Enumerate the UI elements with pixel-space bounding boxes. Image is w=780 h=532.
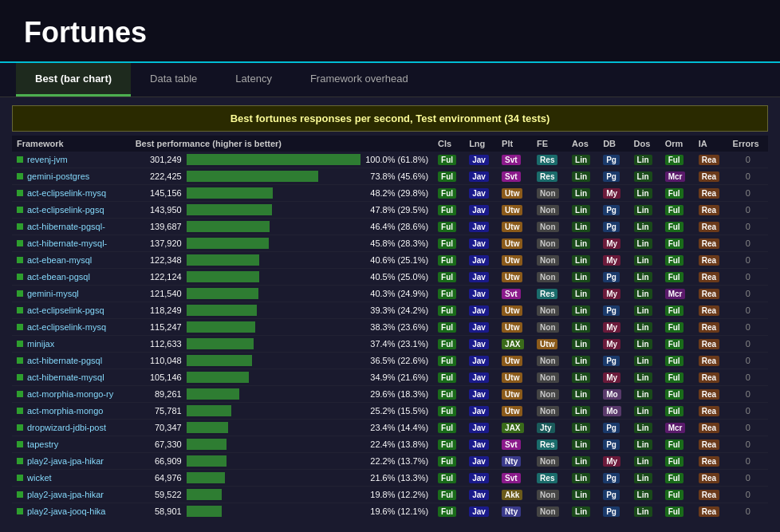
lng-cell: Jav bbox=[464, 286, 497, 302]
bar-pct: 23.4% (14.4%) bbox=[370, 423, 428, 432]
best-value: 64,976 bbox=[136, 473, 182, 483]
bar-wrap bbox=[187, 439, 366, 450]
table-header-row: Framework Best performance (higher is be… bbox=[12, 136, 768, 152]
plt-cell: Utw bbox=[497, 202, 532, 219]
lng-cell: Jav bbox=[464, 252, 497, 269]
bar-cell: 89,261 29.6% (18.3%) bbox=[131, 386, 433, 403]
fe-cell: Non bbox=[532, 185, 567, 202]
tag: Lin bbox=[634, 339, 652, 349]
tab-data-table[interactable]: Data table bbox=[131, 63, 216, 97]
bar-cell: 66,909 22.2% (13.7%) bbox=[131, 453, 433, 470]
tag: Jav bbox=[469, 423, 489, 433]
fw-dot bbox=[17, 475, 23, 481]
fw-dot bbox=[17, 223, 23, 230]
ia-cell: Rea bbox=[694, 353, 728, 369]
fw-name-cell: act-hibernate-pgsql bbox=[12, 353, 131, 369]
tag: Lin bbox=[572, 238, 590, 249]
plt-cell: Svt bbox=[497, 168, 532, 185]
db-cell: Pg bbox=[598, 436, 628, 453]
bar-pct: 40.3% (24.9%) bbox=[370, 289, 428, 298]
tag: Jav bbox=[469, 506, 489, 517]
tag: My bbox=[603, 188, 620, 199]
tag: Jav bbox=[469, 305, 489, 316]
fw-name-label: act-morphia-mongo-ry bbox=[27, 389, 113, 399]
page-title: Fortunes bbox=[24, 16, 756, 49]
orm-cell: Ful bbox=[660, 269, 694, 286]
tag: Rea bbox=[699, 456, 719, 467]
tag: Rea bbox=[699, 439, 719, 450]
tag: Lin bbox=[572, 289, 590, 299]
tag: Lin bbox=[572, 456, 590, 467]
cls-cell: Ful bbox=[433, 503, 464, 519]
orm-cell: Ful bbox=[660, 336, 694, 353]
fw-name-label: dropwizard-jdbi-post bbox=[27, 423, 106, 432]
best-value: 222,425 bbox=[136, 171, 182, 181]
orm-cell: Ful bbox=[660, 386, 694, 403]
plt-cell: Nty bbox=[497, 503, 532, 519]
dos-cell: Lin bbox=[629, 353, 660, 369]
db-cell: My bbox=[598, 319, 628, 336]
fw-name-cell: tapestry bbox=[12, 436, 131, 453]
lng-cell: Jav bbox=[464, 403, 497, 420]
db-cell: Mo bbox=[598, 386, 628, 403]
tag: Svt bbox=[502, 439, 521, 450]
tag: Pg bbox=[603, 205, 620, 215]
cls-cell: Ful bbox=[433, 235, 464, 252]
db-cell: Pg bbox=[598, 152, 628, 168]
bar-wrap bbox=[187, 288, 366, 299]
fw-name-cell: act-eclipselink-pgsq bbox=[12, 202, 131, 219]
tag: Nty bbox=[502, 506, 521, 517]
orm-cell: Ful bbox=[660, 470, 694, 487]
bar bbox=[187, 439, 227, 450]
best-value: 301,249 bbox=[136, 155, 182, 164]
tag: Lin bbox=[634, 205, 652, 215]
fw-name-label: wicket bbox=[27, 473, 52, 483]
table-row: act-ebean-mysql 122,348 40.6% (25.1%) Fu… bbox=[12, 252, 768, 269]
tab-best-bar-chart[interactable]: Best (bar chart) bbox=[16, 63, 131, 97]
aos-cell: Lin bbox=[567, 369, 598, 386]
dos-cell: Lin bbox=[629, 168, 660, 185]
bar-wrap bbox=[187, 472, 366, 483]
db-cell: My bbox=[598, 336, 628, 353]
lng-cell: Jav bbox=[464, 185, 497, 202]
tag: My bbox=[603, 322, 620, 333]
tag: Utw bbox=[537, 339, 557, 349]
bar-wrap bbox=[187, 455, 366, 467]
cls-cell: Ful bbox=[433, 269, 464, 286]
tag: Non bbox=[537, 305, 558, 316]
fw-name-cell: gemini-postgres bbox=[12, 168, 131, 185]
dos-cell: Lin bbox=[629, 369, 660, 386]
tag: Res bbox=[537, 171, 557, 182]
best-value: 121,540 bbox=[136, 289, 182, 298]
tag: Non bbox=[537, 356, 558, 366]
table-row: act-morphia-mongo 75,781 25.2% (15.5%) F… bbox=[12, 403, 768, 420]
dos-cell: Lin bbox=[629, 152, 660, 168]
bar-wrap bbox=[187, 221, 366, 232]
tag: My bbox=[603, 372, 620, 383]
fw-name-cell: revenj-jvm bbox=[12, 152, 131, 168]
tag: Lin bbox=[572, 171, 590, 182]
fe-cell: Non bbox=[532, 503, 567, 519]
tag: Svt bbox=[502, 155, 521, 165]
aos-cell: Lin bbox=[567, 503, 598, 519]
bar-cell: 70,347 23.4% (14.4%) bbox=[131, 420, 433, 436]
tag: Ful bbox=[665, 356, 683, 366]
tab-framework-overhead[interactable]: Framework overhead bbox=[291, 63, 427, 97]
tag: Jty bbox=[537, 423, 554, 433]
tag: Lin bbox=[572, 339, 590, 349]
tag: Jav bbox=[469, 339, 489, 349]
tag: Ful bbox=[665, 389, 683, 400]
bar-cell: 64,976 21.6% (13.3%) bbox=[131, 470, 433, 487]
db-cell: Pg bbox=[598, 487, 628, 503]
tab-latency[interactable]: Latency bbox=[216, 63, 291, 97]
tag: Utw bbox=[502, 305, 522, 316]
orm-cell: Ful bbox=[660, 219, 694, 235]
tag: Ful bbox=[665, 490, 683, 500]
bar-wrap bbox=[187, 305, 366, 316]
bar-wrap bbox=[187, 422, 366, 433]
cls-cell: Ful bbox=[433, 386, 464, 403]
best-value: 139,687 bbox=[136, 222, 182, 231]
tag: Rea bbox=[699, 506, 719, 517]
fw-dot bbox=[17, 441, 23, 447]
tag: Lin bbox=[572, 188, 590, 199]
